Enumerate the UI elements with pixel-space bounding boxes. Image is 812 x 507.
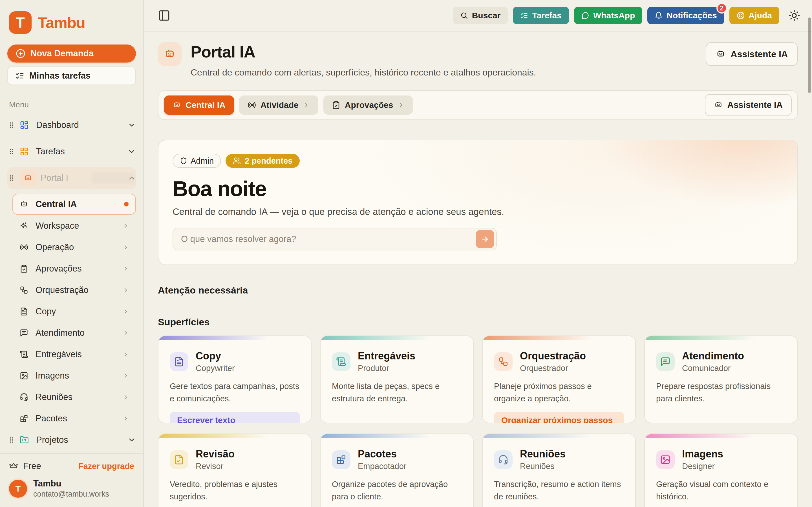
surface-card-revisao[interactable]: Revisão Revisor Veredito, problemas e aj… — [158, 434, 312, 507]
surface-card-entregaveis[interactable]: Entregáveis Produtor Monte lista de peça… — [320, 335, 474, 424]
workflow-icon — [20, 286, 28, 294]
greeting-card: Admin 2 pendentes Boa noite Central de c… — [158, 140, 798, 265]
surfaces-grid: Copy Copywriter Gere textos para campanh… — [158, 335, 798, 507]
card-title: Reuniões — [520, 448, 566, 460]
whatsapp-label: WhatsApp — [593, 11, 635, 20]
chevron-right-icon — [398, 102, 404, 108]
card-title: Copy — [196, 350, 235, 362]
notifications-label: Notificações — [666, 11, 717, 20]
sidebar-item-label: Pacotes — [36, 413, 122, 424]
new-demand-button[interactable]: Nova Demanda — [7, 45, 136, 62]
notifications-button[interactable]: Notificações 2 — [647, 7, 724, 24]
blocks-icon — [20, 414, 28, 423]
sidebar-item-imagens[interactable]: Imagens — [12, 365, 136, 386]
surfaces-heading: Superfícies — [158, 317, 798, 328]
tab-central-ia[interactable]: Central IA — [164, 96, 234, 115]
sidebar-footer: Free Fazer upgrade T Tambu contato@tambu… — [0, 453, 143, 507]
tab-label: Central IA — [186, 100, 225, 110]
assistant-label: Assistente IA — [730, 49, 788, 59]
card-accent-strip — [320, 336, 473, 340]
sidebar: T Tambu Nova Demanda Minhas tarefas Menu… — [0, 0, 144, 507]
chevron-right-icon — [303, 102, 310, 108]
ghost-highlight — [92, 172, 134, 184]
user-account[interactable]: T Tambu contato@tambu.works — [9, 478, 134, 499]
tab-atividade[interactable]: Atividade — [239, 96, 318, 115]
sidebar-item-label: Tarefas — [36, 147, 128, 157]
file-text-icon — [170, 352, 188, 371]
whatsapp-button[interactable]: WhatsApp — [574, 7, 642, 24]
drag-handle-icon[interactable] — [7, 173, 16, 183]
notification-badge: 2 — [716, 3, 727, 13]
surface-card-orquestracao[interactable]: Orquestração Orquestrador Planeje próxim… — [482, 335, 636, 424]
shield-icon — [180, 157, 187, 165]
sidebar-item-label: Projetos — [36, 435, 128, 445]
card-role: Orquestrador — [520, 363, 586, 373]
pending-badge[interactable]: 2 pendentes — [225, 154, 300, 168]
drag-handle-icon[interactable] — [7, 435, 16, 445]
card-role: Reuniões — [520, 462, 566, 471]
card-description: Planeje próximos passos e organize a ope… — [494, 380, 624, 405]
card-title: Entregáveis — [358, 350, 415, 362]
tarefas-label: Tarefas — [532, 11, 562, 20]
new-demand-label: Nova Demanda — [31, 48, 94, 59]
my-tasks-button[interactable]: Minhas tarefas — [7, 66, 136, 85]
sidebar-item-label: Imagens — [36, 371, 122, 381]
sidebar-item-label: Workspace — [36, 221, 122, 231]
card-accent-strip — [645, 336, 797, 340]
card-role: Copywriter — [196, 363, 235, 373]
sidebar-toggle-icon[interactable] — [158, 9, 170, 22]
chevron-down-icon — [128, 147, 136, 156]
crown-icon — [9, 462, 18, 471]
card-accent-strip — [158, 434, 311, 438]
assistant-button[interactable]: Assistente IA — [706, 42, 798, 66]
surface-card-imagens[interactable]: Imagens Designer Geração visual com cont… — [644, 434, 798, 507]
tarefas-button[interactable]: Tarefas — [513, 7, 569, 24]
drag-handle-icon[interactable] — [7, 120, 16, 130]
scrollbar-thumb[interactable] — [808, 17, 811, 93]
avatar: T — [9, 480, 27, 498]
sun-icon[interactable] — [788, 10, 800, 21]
tab-aprovacoes[interactable]: Aprovações — [323, 96, 413, 115]
upgrade-link[interactable]: Fazer upgrade — [79, 462, 134, 471]
prompt-input[interactable] — [181, 234, 476, 244]
sidebar-item-portal-ia[interactable]: Portal I — [7, 167, 136, 189]
sidebar-item-pacotes[interactable]: Pacotes — [12, 408, 136, 429]
chevron-down-icon — [128, 121, 136, 129]
sidebar-item-copy[interactable]: Copy — [12, 301, 136, 322]
sidebar-item-orquestracao[interactable]: Orquestração — [12, 279, 136, 301]
help-button[interactable]: Ajuda — [729, 7, 779, 24]
list-checks-icon — [520, 11, 528, 19]
card-action-organizar-passos[interactable]: Organizar próximos passos — [494, 412, 624, 424]
sidebar-item-projetos[interactable]: Projetos — [7, 429, 136, 451]
card-role: Empacotador — [358, 462, 407, 471]
sidebar-item-aprovacoes[interactable]: Aprovações — [12, 258, 136, 279]
assistant-button-secondary[interactable]: Assistente IA — [705, 94, 792, 116]
surface-card-copy[interactable]: Copy Copywriter Gere textos para campanh… — [158, 335, 312, 424]
drag-handle-icon[interactable] — [7, 147, 16, 156]
greeting-subtitle: Central de comando IA — veja o que preci… — [172, 207, 783, 217]
list-checks-icon — [15, 71, 24, 80]
brand-logo[interactable]: T Tambu — [0, 0, 143, 42]
plus-circle-icon — [16, 49, 26, 58]
chevron-right-icon — [122, 415, 129, 422]
topbar: Buscar Tarefas WhatsApp Notificações 2 A… — [144, 0, 812, 32]
sidebar-item-tarefas[interactable]: Tarefas — [7, 141, 136, 162]
grid-icon — [20, 147, 29, 156]
send-button[interactable] — [476, 230, 494, 248]
sidebar-item-entregaveis[interactable]: Entregáveis — [12, 344, 136, 365]
card-title: Atendimento — [682, 350, 744, 362]
sidebar-item-reunioes[interactable]: Reuniões — [12, 386, 136, 408]
sidebar-item-operacao[interactable]: Operação — [12, 237, 136, 258]
sidebar-item-atendimento[interactable]: Atendimento — [12, 322, 136, 344]
sidebar-item-central-ia[interactable]: Central IA — [12, 194, 136, 215]
surface-card-pacotes[interactable]: Pacotes Empacotador Organize pacotes de … — [320, 434, 474, 507]
surface-card-reunioes[interactable]: Reuniões Reuniões Transcrição, resumo e … — [482, 434, 636, 507]
sidebar-item-workspace[interactable]: Workspace — [12, 215, 136, 237]
card-role: Revisor — [196, 462, 235, 471]
surface-card-atendimento[interactable]: Atendimento Comunicador Prepare resposta… — [644, 335, 798, 424]
my-tasks-label: Minhas tarefas — [29, 71, 91, 81]
sidebar-item-dashboard[interactable]: Dashboard — [7, 114, 136, 136]
search-button[interactable]: Buscar — [453, 7, 508, 24]
card-action-escrever-texto[interactable]: Escrever texto — [170, 412, 300, 424]
message-square-icon — [656, 352, 675, 371]
